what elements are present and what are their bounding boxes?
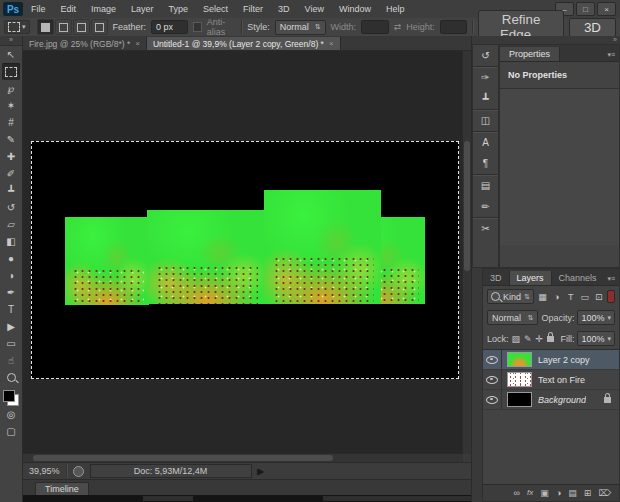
lock-all-button[interactable]: [547, 336, 554, 342]
tool-eyedropper[interactable]: ✎: [2, 131, 20, 148]
panel-menu-icon[interactable]: ▾≡: [607, 51, 619, 61]
layer-row-text-on-fire[interactable]: Text on Fire: [483, 370, 619, 390]
menu-view[interactable]: View: [305, 4, 324, 14]
tool-gradient[interactable]: ◧: [2, 233, 20, 250]
tool-blur[interactable]: ●: [2, 250, 20, 267]
filter-toggle-switch[interactable]: [607, 290, 615, 303]
screen-mode-button[interactable]: ▢: [2, 423, 20, 440]
clone-source-panel-button[interactable]: ┻: [473, 88, 498, 109]
tool-brush[interactable]: ✐: [2, 165, 20, 182]
tool-crop[interactable]: #: [2, 114, 20, 131]
add-selection-button[interactable]: [55, 19, 72, 35]
panel-menu-icon[interactable]: ▾≡: [607, 275, 619, 285]
vertical-scrollbar[interactable]: [462, 51, 471, 454]
tool-zoom[interactable]: [2, 369, 20, 386]
width-input[interactable]: [361, 20, 389, 34]
menu-select[interactable]: Select: [203, 4, 228, 14]
new-group-button[interactable]: ▤: [568, 489, 577, 498]
lock-position-button[interactable]: ✛: [536, 334, 544, 344]
scrollbar-thumb[interactable]: [464, 141, 470, 271]
filter-kind-dropdown[interactable]: Kind ⇅: [487, 289, 534, 304]
paragraph-panel-button[interactable]: ¶: [473, 153, 498, 174]
dock-collapse-icon[interactable]: »: [613, 36, 617, 43]
menu-3d[interactable]: 3D: [278, 4, 290, 14]
antialias-checkbox[interactable]: [193, 22, 201, 32]
tab-timeline[interactable]: Timeline: [35, 482, 89, 495]
visibility-toggle[interactable]: [483, 390, 502, 409]
maximize-button[interactable]: □: [576, 2, 595, 16]
layer-name[interactable]: Layer 2 copy: [538, 355, 590, 365]
subtract-selection-button[interactable]: [73, 19, 90, 35]
layer-thumbnail[interactable]: [507, 372, 532, 387]
filter-smart-object-button[interactable]: ⊡: [593, 289, 604, 304]
tool-history-brush[interactable]: ↺: [2, 199, 20, 216]
height-input[interactable]: [440, 20, 468, 34]
menu-window[interactable]: Window: [339, 4, 371, 14]
character-panel-button[interactable]: A: [473, 132, 498, 153]
add-layer-mask-button[interactable]: ▣: [540, 489, 549, 498]
histogram-panel-button[interactable]: ◫: [473, 110, 498, 131]
delete-layer-button[interactable]: ⌦: [598, 489, 611, 498]
menu-filter[interactable]: Filter: [243, 4, 263, 14]
layer-row-layer-2-copy[interactable]: Layer 2 copy: [483, 350, 619, 370]
tool-eraser[interactable]: ▱: [2, 216, 20, 233]
close-icon[interactable]: ×: [135, 39, 140, 48]
toolbar-collapse-icon[interactable]: »: [0, 36, 22, 46]
tab-fire-jpg[interactable]: Fire.jpg @ 25% (RGB/8*) * ×: [23, 37, 147, 50]
new-layer-button[interactable]: ⊞: [584, 489, 592, 498]
tool-preset-picker[interactable]: ▾: [4, 20, 30, 34]
layer-name[interactable]: Text on Fire: [538, 375, 585, 385]
zoom-level-field[interactable]: 39,95%: [29, 466, 60, 476]
tab-untitled-1[interactable]: Untitled-1 @ 39,9% (Layer 2 copy, Green/…: [147, 37, 341, 50]
fill-field[interactable]: 100% ▾: [577, 331, 615, 346]
tool-presets-panel-button[interactable]: ✂: [473, 218, 498, 239]
new-selection-button[interactable]: [37, 19, 54, 35]
filter-pixel-button[interactable]: ▦: [537, 289, 548, 304]
menu-type[interactable]: Type: [169, 4, 189, 14]
style-dropdown[interactable]: Normal ⇅: [275, 20, 326, 35]
canvas-viewport[interactable]: [23, 51, 471, 462]
layer-thumbnail[interactable]: [507, 392, 532, 407]
quick-mask-button[interactable]: ◎: [2, 406, 20, 423]
tab-layers[interactable]: Layers: [509, 271, 552, 285]
tool-hand[interactable]: ☝: [2, 352, 20, 369]
history-panel-button[interactable]: ↺: [473, 45, 498, 66]
tool-move[interactable]: ↖: [2, 46, 20, 63]
new-adjustment-layer-button[interactable]: ◑: [556, 489, 561, 498]
tool-rectangular-marquee[interactable]: [2, 63, 20, 80]
tool-type[interactable]: T: [2, 301, 20, 318]
layer-comps-panel-button[interactable]: ▤: [473, 175, 498, 196]
menu-edit[interactable]: Edit: [61, 4, 77, 14]
menu-layer[interactable]: Layer: [131, 4, 154, 14]
tool-pen[interactable]: ✒: [2, 284, 20, 301]
workspace-3d-button[interactable]: 3D: [569, 18, 616, 37]
filter-shape-button[interactable]: ▭: [579, 289, 590, 304]
lock-paint-button[interactable]: ✎: [524, 334, 532, 344]
filter-type-button[interactable]: T: [565, 289, 576, 304]
tool-clone-stamp[interactable]: ┻: [2, 182, 20, 199]
layer-row-background[interactable]: Background: [483, 390, 619, 410]
adobe-drive-icon[interactable]: [73, 466, 84, 477]
tool-spot-healing[interactable]: ✚: [2, 148, 20, 165]
notes-panel-button[interactable]: ✏: [473, 196, 498, 217]
tool-dodge[interactable]: ◑: [2, 267, 20, 284]
blend-mode-dropdown[interactable]: Normal ⇅: [487, 310, 538, 325]
tool-lasso[interactable]: ℘: [2, 80, 20, 97]
status-options-arrow-icon[interactable]: ▶: [258, 467, 264, 476]
menu-help[interactable]: Help: [386, 4, 405, 14]
layer-thumbnail[interactable]: [507, 352, 532, 367]
document-canvas[interactable]: [31, 141, 459, 379]
link-layers-button[interactable]: ∞: [514, 489, 520, 498]
brush-settings-panel-button[interactable]: ✑: [473, 67, 498, 88]
layer-name[interactable]: Background: [538, 395, 586, 405]
visibility-toggle[interactable]: [483, 350, 502, 369]
filter-adjustment-button[interactable]: ◑: [551, 289, 562, 304]
scrollbar-thumb[interactable]: [33, 455, 333, 461]
close-icon[interactable]: ×: [329, 39, 334, 48]
menu-file[interactable]: File: [31, 4, 46, 14]
tab-properties[interactable]: Properties: [500, 47, 560, 61]
menu-image[interactable]: Image: [91, 4, 116, 14]
opacity-field[interactable]: 100% ▾: [577, 310, 615, 325]
doc-size-field[interactable]: Doc: 5,93M/12,4M: [90, 464, 252, 478]
intersect-selection-button[interactable]: [91, 19, 108, 35]
